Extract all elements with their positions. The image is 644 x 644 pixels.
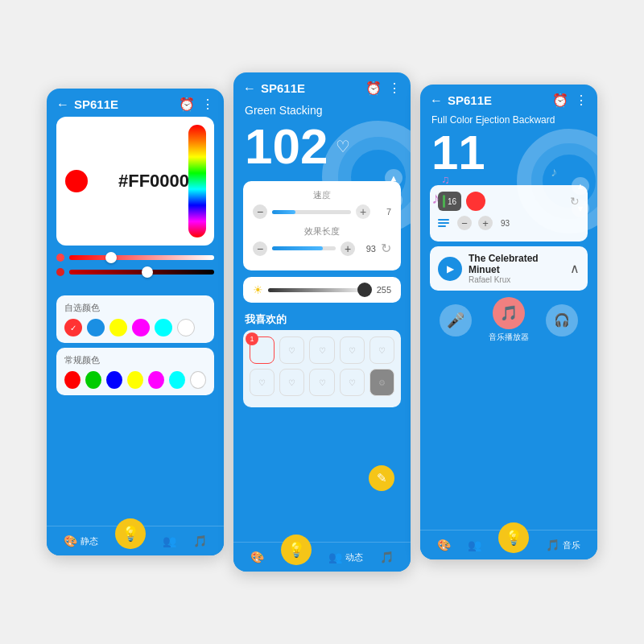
big-number-right: 11 <box>431 129 485 177</box>
group-icon-right: 👥 <box>468 539 481 551</box>
custom-color-2[interactable] <box>87 319 105 336</box>
speed-minus[interactable]: − <box>253 204 267 219</box>
custom-colors-section: 自选颜色 ✓ <box>56 295 214 343</box>
chevron-down-btn[interactable]: ▼ <box>385 192 402 209</box>
alarm-icon-right[interactable]: ⏰ <box>552 93 568 108</box>
mic-button[interactable]: 🎤 <box>440 304 472 336</box>
effect-track[interactable] <box>272 246 336 250</box>
regular-colors-section: 常规颜色 <box>56 348 214 395</box>
music-note-button[interactable]: 🎵 <box>493 297 525 329</box>
chevron-up-right[interactable]: ▲ <box>572 177 589 195</box>
music-icon-right: 🎵 <box>546 539 559 551</box>
fav-item-5[interactable]: ♡ <box>369 336 394 364</box>
nav-music-center[interactable]: 🎵 <box>380 551 394 564</box>
nav-fab-right[interactable]: 💡 <box>498 522 529 553</box>
effect-minus[interactable]: − <box>253 242 267 256</box>
nav-group-right[interactable]: 👥 <box>468 539 481 551</box>
eq-button[interactable]: 🎧 <box>546 304 578 336</box>
nav-palette-right[interactable]: 🎨 <box>437 539 451 551</box>
fav-item-3[interactable]: ♡ <box>309 336 334 364</box>
fav-item-9[interactable]: ♡ <box>340 369 365 396</box>
music-icons-row: 🎤 🎵 音乐播放器 🎧 <box>420 291 597 349</box>
alarm-icon-center[interactable]: ⏰ <box>365 80 382 96</box>
slider1-dot <box>56 254 64 262</box>
refresh-icon[interactable]: ↻ <box>381 241 391 256</box>
custom-color-3[interactable] <box>109 319 127 336</box>
favorites-grid: 1 ♡ ♡ ♡ ♡ ♡ ♡ ♡ ♡ ⚙ <box>243 330 401 407</box>
music-icon-left: 🎵 <box>193 535 207 547</box>
play-button[interactable]: ▶ <box>438 257 462 281</box>
nav-music-right[interactable]: 🎵 音乐 <box>546 539 580 551</box>
favorites-row-1: 1 ♡ ♡ ♡ ♡ <box>250 336 394 364</box>
reg-color-1[interactable] <box>64 371 80 389</box>
back-icon[interactable]: ← <box>56 97 69 112</box>
top-bar-right: ← SP611E ⏰ ⋮ <box>420 85 597 113</box>
chevron-up-btn[interactable]: ▲ <box>385 169 402 187</box>
player-expand-icon[interactable]: ∧ <box>570 261 580 276</box>
back-icon-right[interactable]: ← <box>430 93 443 108</box>
fav-item-8[interactable]: ♡ <box>309 369 334 396</box>
top-bar-center: ← SP611E ⏰ ⋮ <box>233 72 411 101</box>
color-picker-area[interactable]: #FF0000 <box>56 117 214 246</box>
more-icon-right[interactable]: ⋮ <box>575 93 588 108</box>
effect-value: 93 <box>360 244 376 254</box>
nav-dynamic-center[interactable]: 👥 动态 <box>328 551 363 564</box>
fav-item-10[interactable]: ⚙ <box>369 369 394 396</box>
reg-color-4[interactable] <box>127 371 143 389</box>
edit-button[interactable]: ✎ <box>369 465 394 491</box>
slider2-dot <box>56 268 64 276</box>
reg-color-5[interactable] <box>148 371 164 389</box>
color-sliders <box>47 246 224 291</box>
regular-colors-label: 常规颜色 <box>64 354 206 366</box>
fav-item-6[interactable]: ♡ <box>250 369 275 396</box>
music-icon-center: 🎵 <box>380 551 394 564</box>
chevron-down-right[interactable]: ▼ <box>572 200 589 217</box>
nav-music-left[interactable]: 🎵 <box>193 535 207 547</box>
music-player: ▶ The Celebrated Minuet Rafael Krux ∧ <box>430 246 588 291</box>
nav-static[interactable]: 🎨 静态 <box>64 535 98 547</box>
custom-color-1[interactable]: ✓ <box>64 319 82 336</box>
reg-color-3[interactable] <box>106 371 122 389</box>
reg-color-6[interactable] <box>169 371 185 389</box>
effect-plus-right[interactable]: + <box>478 216 493 230</box>
fav-item-4[interactable]: ♡ <box>340 336 365 364</box>
screen-center: ← SP611E ⏰ ⋮ Green Stacking 102 ♡ ▲ ▼ <box>233 72 411 572</box>
track-info: The Celebrated Minuet Rafael Krux <box>469 253 564 284</box>
back-icon-center[interactable]: ← <box>243 81 256 96</box>
slider2-track[interactable] <box>69 270 214 275</box>
segment-value: 16 <box>448 197 456 206</box>
brightness-track[interactable] <box>268 288 372 292</box>
segment-box[interactable]: 16 <box>438 192 461 211</box>
slider1-track[interactable] <box>69 255 214 260</box>
custom-color-4[interactable] <box>132 319 150 336</box>
fav-item-7[interactable]: ♡ <box>279 369 304 396</box>
more-icon-center[interactable]: ⋮ <box>388 80 401 96</box>
brightness-section: ☀ 255 <box>243 277 401 303</box>
top-bar-left: ← SP611E ⏰ ⋮ <box>47 89 224 117</box>
group-icon: 👥 <box>163 535 176 547</box>
palette-icon: 🎨 <box>64 535 77 547</box>
nav-palette-center[interactable]: 🎨 <box>250 551 264 564</box>
sun-icon: ☀ <box>253 283 263 296</box>
more-icon[interactable]: ⋮ <box>201 97 214 112</box>
nav-fab-left[interactable]: 💡 <box>115 518 146 549</box>
nav-fab-center[interactable]: 💡 <box>281 535 312 565</box>
fav-item-2[interactable]: ♡ <box>279 336 304 364</box>
custom-color-5[interactable] <box>155 319 172 336</box>
alarm-icon[interactable]: ⏰ <box>179 97 195 112</box>
custom-color-6[interactable] <box>177 319 195 336</box>
bar-indicator <box>443 195 445 208</box>
reg-color-7[interactable] <box>190 371 206 389</box>
speed-track[interactable] <box>272 210 351 214</box>
reg-color-2[interactable] <box>85 371 101 389</box>
bottom-nav-center: 🎨 💡 👥 动态 🎵 <box>233 542 411 572</box>
bottom-nav-right: 🎨 👥 💡 🎵 音乐 <box>420 530 597 559</box>
record-button[interactable] <box>466 192 485 211</box>
favorites-title: 我喜欢的 <box>233 308 411 330</box>
fav-item-1[interactable]: 1 <box>250 336 275 364</box>
effect-minus-right[interactable]: − <box>457 216 472 230</box>
nav-group[interactable]: 👥 <box>163 535 176 547</box>
effect-plus[interactable]: + <box>341 242 355 256</box>
music-note-deco-2: ♫ <box>441 173 450 186</box>
track-name: The Celebrated Minuet <box>469 253 564 275</box>
